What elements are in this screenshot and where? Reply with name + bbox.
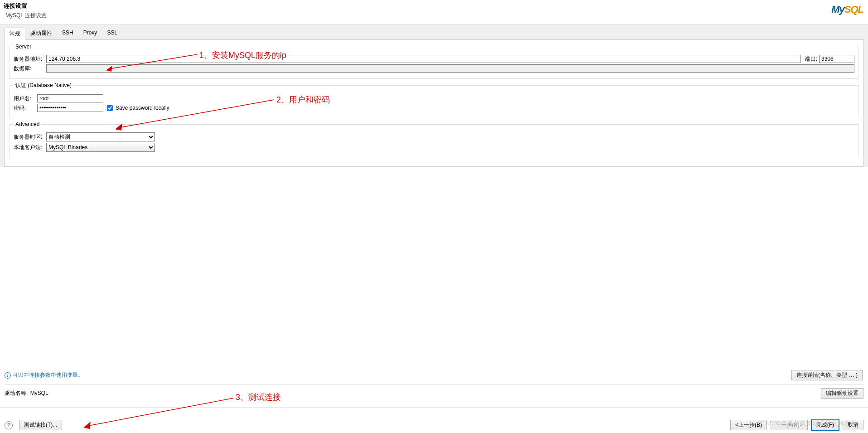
window-title: 连接设置	[0, 0, 868, 11]
username-label: 用户名:	[14, 95, 35, 102]
password-label: 密码:	[14, 104, 35, 112]
edit-driver-button[interactable]: 编辑驱动设置	[821, 388, 863, 399]
local-client-label: 本地客户端:	[14, 144, 44, 151]
tab-general[interactable]: 常规	[5, 28, 25, 40]
tab-bar: 常规 驱动属性 SSH Proxy SSL	[5, 24, 863, 39]
back-button[interactable]: <上一步(B)	[730, 420, 767, 430]
tab-panel-general: Server 服务器地址: 端口: 数据库: 认证 (Database Nati…	[5, 39, 863, 167]
server-legend: Server	[14, 44, 33, 50]
host-label: 服务器地址:	[14, 55, 44, 63]
window-subtitle: MySQL 连接设置	[0, 11, 868, 24]
cancel-button[interactable]: 取消	[843, 420, 863, 430]
logo-my: My	[831, 4, 844, 15]
info-icon: i	[5, 372, 11, 379]
tab-proxy[interactable]: Proxy	[78, 27, 102, 39]
help-icon[interactable]: ?	[5, 421, 13, 429]
tab-ssl[interactable]: SSL	[102, 27, 122, 39]
timezone-select[interactable]: 自动检测	[46, 132, 155, 141]
driver-value: MySQL	[30, 390, 48, 396]
auth-legend: 认证 (Database Native)	[14, 82, 73, 89]
timezone-label: 服务器时区:	[14, 133, 44, 141]
username-input[interactable]	[37, 94, 103, 102]
driver-info: 驱动名称: MySQL	[5, 389, 48, 397]
host-input[interactable]	[46, 55, 800, 63]
port-label: 端口:	[805, 55, 817, 63]
advanced-legend: Advanced	[14, 121, 41, 127]
driver-label: 驱动名称:	[5, 390, 28, 396]
local-client-select[interactable]: MySQL Binaries	[46, 143, 155, 152]
save-password-checkbox[interactable]	[107, 105, 113, 111]
database-label: 数据库:	[14, 65, 44, 73]
next-button[interactable]: 下一步(N)>	[771, 420, 808, 430]
port-input[interactable]	[819, 55, 854, 63]
tab-driver-props[interactable]: 驱动属性	[25, 27, 57, 39]
advanced-group: Advanced 服务器时区: 自动检测 本地客户端: MySQL Binari…	[10, 121, 858, 158]
server-group: Server 服务器地址: 端口: 数据库:	[10, 44, 858, 79]
test-connection-button[interactable]: 测试链接(T)...	[19, 420, 62, 430]
database-input[interactable]	[46, 64, 854, 73]
password-input[interactable]	[37, 104, 103, 112]
finish-button[interactable]: 完成(F)	[811, 420, 839, 430]
logo-sql: SQL	[844, 4, 863, 15]
mysql-logo: MySQL	[831, 4, 863, 15]
save-password-label: Save password locally	[116, 105, 169, 111]
variables-hint: i 可以在连接参数中使用变量。	[5, 371, 83, 379]
hint-text: 可以在连接参数中使用变量。	[13, 371, 83, 379]
tab-ssh[interactable]: SSH	[57, 27, 78, 39]
auth-group: 认证 (Database Native) 用户名: 密码: Save passw…	[10, 82, 858, 118]
connection-details-button[interactable]: 连接详情(名称、类型 … )	[791, 370, 863, 380]
